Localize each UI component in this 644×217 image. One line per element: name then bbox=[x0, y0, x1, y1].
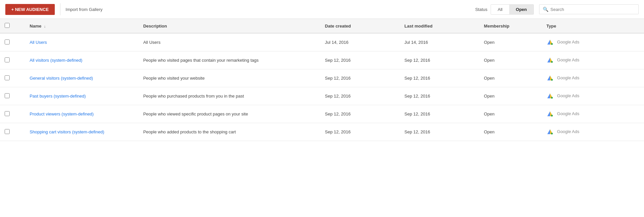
select-all-checkbox[interactable] bbox=[5, 23, 10, 28]
toolbar: + NEW AUDIENCE Import from Gallery Statu… bbox=[0, 0, 644, 19]
row-name: Product viewers (system-defined) bbox=[25, 105, 138, 123]
audience-name-link[interactable]: Shopping cart visitors (system-defined) bbox=[30, 129, 104, 134]
row-type: Google Ads bbox=[542, 87, 644, 105]
table-row: Product viewers (system-defined)People w… bbox=[0, 105, 644, 123]
row-description: People who viewed specific product pages… bbox=[138, 105, 320, 123]
svg-point-11 bbox=[551, 97, 553, 99]
google-ads-type: Google Ads bbox=[546, 38, 579, 45]
row-description: People who added products to the shoppin… bbox=[138, 123, 320, 141]
row-checkbox[interactable] bbox=[5, 129, 10, 134]
status-toggle: All Open bbox=[491, 4, 534, 15]
header-name[interactable]: Name ↓ bbox=[25, 19, 138, 33]
type-label: Google Ads bbox=[557, 111, 579, 116]
sort-arrow-icon: ↓ bbox=[44, 24, 46, 28]
search-input[interactable] bbox=[550, 7, 635, 12]
row-last-modified: Sep 12, 2016 bbox=[400, 87, 479, 105]
table-row: All UsersAll UsersJul 14, 2016Jul 14, 20… bbox=[0, 33, 644, 51]
row-date-created: Sep 12, 2016 bbox=[320, 69, 400, 87]
audience-name-link[interactable]: All Users bbox=[30, 40, 47, 45]
status-all-button[interactable]: All bbox=[491, 5, 509, 14]
type-label: Google Ads bbox=[557, 129, 579, 134]
search-box: 🔍 bbox=[539, 4, 639, 14]
row-membership: Open bbox=[479, 123, 542, 141]
row-membership: Open bbox=[479, 87, 542, 105]
table-row: All visitors (system-defined)People who … bbox=[0, 51, 644, 69]
row-type: Google Ads bbox=[542, 123, 644, 141]
type-label: Google Ads bbox=[557, 39, 579, 44]
google-ads-logo-icon bbox=[546, 38, 554, 45]
google-ads-type: Google Ads bbox=[546, 128, 579, 135]
row-checkbox[interactable] bbox=[5, 93, 10, 98]
row-description: People who visited your website bbox=[138, 69, 320, 87]
svg-point-14 bbox=[551, 115, 553, 117]
toolbar-divider bbox=[60, 3, 60, 15]
search-icon: 🔍 bbox=[543, 7, 548, 12]
header-checkbox-col bbox=[0, 19, 25, 33]
audience-name-link[interactable]: Past buyers (system-defined) bbox=[30, 94, 86, 99]
header-type: Type bbox=[542, 19, 644, 33]
row-last-modified: Sep 12, 2016 bbox=[400, 123, 479, 141]
google-ads-type: Google Ads bbox=[546, 110, 579, 117]
table-header-row: Name ↓ Description Date created Last mod… bbox=[0, 19, 644, 33]
row-type: Google Ads bbox=[542, 33, 644, 51]
row-type: Google Ads bbox=[542, 105, 644, 123]
row-checkbox[interactable] bbox=[5, 75, 10, 80]
new-audience-button[interactable]: + NEW AUDIENCE bbox=[5, 4, 55, 15]
svg-marker-9 bbox=[547, 94, 550, 99]
header-membership: Membership bbox=[479, 19, 542, 33]
table-row: Shopping cart visitors (system-defined)P… bbox=[0, 123, 644, 141]
type-label: Google Ads bbox=[557, 75, 579, 80]
row-last-modified: Sep 12, 2016 bbox=[400, 105, 479, 123]
status-open-button[interactable]: Open bbox=[509, 5, 533, 14]
row-name: All Users bbox=[25, 33, 138, 51]
header-date-created: Date created bbox=[320, 19, 400, 33]
svg-marker-15 bbox=[547, 129, 550, 134]
audience-name-link[interactable]: General visitors (system-defined) bbox=[30, 76, 93, 81]
import-from-gallery-button[interactable]: Import from Gallery bbox=[66, 7, 103, 12]
row-description: People who purchased products from you i… bbox=[138, 87, 320, 105]
row-date-created: Jul 14, 2016 bbox=[320, 33, 400, 51]
svg-point-2 bbox=[551, 43, 553, 45]
audience-name-link[interactable]: Product viewers (system-defined) bbox=[30, 111, 94, 116]
svg-point-5 bbox=[551, 61, 553, 63]
google-ads-logo-icon bbox=[546, 92, 554, 99]
google-ads-type: Google Ads bbox=[546, 92, 579, 99]
row-type: Google Ads bbox=[542, 51, 644, 69]
row-name: Past buyers (system-defined) bbox=[25, 87, 138, 105]
row-name: General visitors (system-defined) bbox=[25, 69, 138, 87]
row-date-created: Sep 12, 2016 bbox=[320, 105, 400, 123]
svg-marker-3 bbox=[547, 58, 550, 63]
svg-point-17 bbox=[551, 133, 553, 135]
google-ads-logo-icon bbox=[546, 74, 554, 81]
table-row: General visitors (system-defined)People … bbox=[0, 69, 644, 87]
type-label: Google Ads bbox=[557, 57, 579, 62]
svg-marker-6 bbox=[547, 76, 550, 81]
row-membership: Open bbox=[479, 69, 542, 87]
svg-point-8 bbox=[551, 79, 553, 81]
row-name: Shopping cart visitors (system-defined) bbox=[25, 123, 138, 141]
row-checkbox[interactable] bbox=[5, 39, 10, 44]
row-description: People who visited pages that contain yo… bbox=[138, 51, 320, 69]
row-name: All visitors (system-defined) bbox=[25, 51, 138, 69]
row-membership: Open bbox=[479, 105, 542, 123]
header-last-modified: Last modified bbox=[400, 19, 479, 33]
google-ads-logo-icon bbox=[546, 110, 554, 117]
header-description: Description bbox=[138, 19, 320, 33]
google-ads-logo-icon bbox=[546, 128, 554, 135]
row-last-modified: Sep 12, 2016 bbox=[400, 69, 479, 87]
svg-marker-0 bbox=[547, 40, 550, 45]
row-last-modified: Jul 14, 2016 bbox=[400, 33, 479, 51]
row-type: Google Ads bbox=[542, 69, 644, 87]
row-membership: Open bbox=[479, 51, 542, 69]
row-last-modified: Sep 12, 2016 bbox=[400, 51, 479, 69]
audience-name-link[interactable]: All visitors (system-defined) bbox=[30, 58, 82, 63]
svg-marker-12 bbox=[547, 111, 550, 116]
google-ads-logo-icon bbox=[546, 56, 554, 63]
row-checkbox[interactable] bbox=[5, 111, 10, 116]
row-checkbox[interactable] bbox=[5, 57, 10, 62]
row-membership: Open bbox=[479, 33, 542, 51]
audiences-table: Name ↓ Description Date created Last mod… bbox=[0, 19, 644, 141]
google-ads-type: Google Ads bbox=[546, 74, 579, 81]
status-label: Status bbox=[475, 7, 487, 12]
row-date-created: Sep 12, 2016 bbox=[320, 123, 400, 141]
